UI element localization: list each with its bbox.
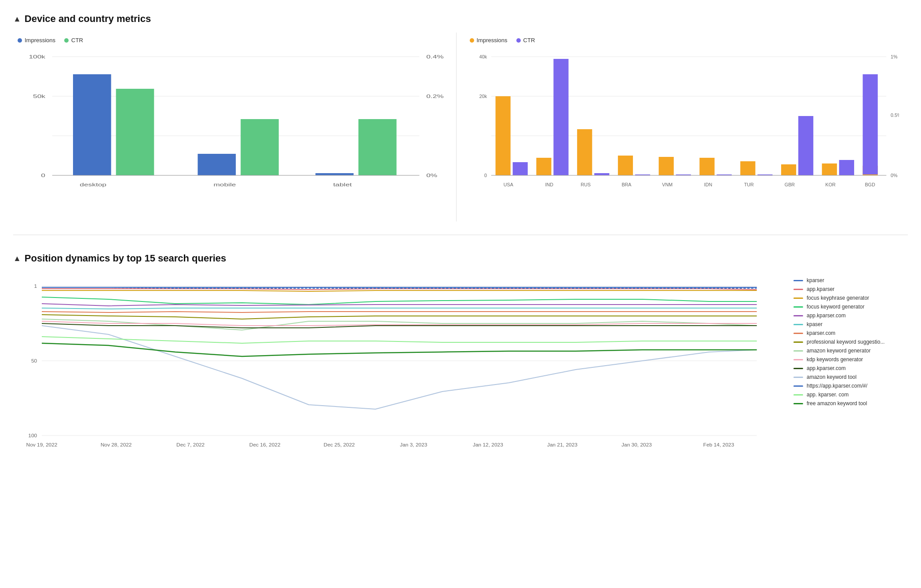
svg-text:TUR: TUR [744,182,753,187]
svg-text:Dec 25, 2022: Dec 25, 2022 [324,442,355,447]
kparser-legend-color [793,280,803,281]
app-kparser-line [42,289,757,290]
device-legend: Impressions CTR [18,37,447,44]
free-amazon-legend-label: free amazon keyword tool [807,400,867,407]
country-ctr-label: CTR [523,37,535,44]
svg-text:Dec 16, 2022: Dec 16, 2022 [249,442,281,447]
ind-impressions-bar [536,158,551,175]
legend-item-app-kparser-com: app.kparser.com [793,312,908,319]
section2-header: ▲ Position dynamics by top 15 search que… [13,248,908,264]
svg-text:IND: IND [545,182,553,187]
legend-item-app-kparser-spaces: app. kparser. com [793,392,908,398]
line-chart-svg: 1 50 100 [13,273,776,449]
https-kparser-legend-color [793,385,803,387]
amazon-keyword-tool-legend-color [793,377,803,378]
legend-item-focus-keyphrase: focus keyphrase generator [793,295,908,301]
charts-row: Impressions CTR 100k 50k 0 0.4% 0 [13,33,908,221]
section2: ▲ Position dynamics by top 15 search que… [13,248,908,440]
usa-ctr-bar [512,162,527,175]
legend-item-focus-keyword: focus keyword generator [793,304,908,310]
amazon-keyword-gen-legend-label: amazon keyword generator [807,348,870,354]
app-kparser-com-line [42,304,757,306]
svg-text:50: 50 [31,358,37,363]
gbr-ctr-bar [798,116,813,175]
tablet-impressions-bar [315,173,354,175]
rus-impressions-bar [577,129,592,175]
country-impressions-label: Impressions [477,37,508,44]
svg-text:tablet: tablet [333,182,351,187]
rus-ctr-bar [594,173,609,175]
https-kparser-legend-label: https://app.kparser.com/#/ [807,383,867,389]
app-kparser-spaces-line [42,337,757,343]
svg-text:100: 100 [28,433,37,438]
svg-text:Jan 3, 2023: Jan 3, 2023 [400,442,427,447]
kpaser-legend-label: kpaser [807,321,822,327]
bra-impressions-bar [618,156,632,175]
pro-keyword-legend-label: professional keyword suggestio... [807,339,884,345]
tur-impressions-bar [740,161,755,175]
amazon-keyword-gen-legend-color [793,350,803,352]
svg-text:Feb 14, 2023: Feb 14, 2023 [703,442,734,447]
section1-chevron[interactable]: ▲ [13,15,21,24]
amazon-keyword-tool-legend-label: amazon keyword tool [807,374,856,380]
svg-text:1%: 1% [890,54,897,59]
focus-keyphrase-legend-color [793,298,803,299]
mobile-ctr-bar [241,119,279,175]
focus-keyword-line [42,297,757,305]
kor-impressions-bar [822,163,837,175]
svg-text:IDN: IDN [704,182,712,187]
ctr-label: CTR [71,37,83,44]
legend-item-kparser: kparser [793,277,908,283]
app-kparser-com2-legend-color [793,368,803,369]
app-kparser-spaces-legend-label: app. kparser. com [807,392,848,398]
country-ctr-dot [516,38,521,43]
svg-text:0%: 0% [426,173,437,178]
svg-text:20k: 20k [479,94,487,99]
section-divider [13,235,908,235]
svg-text:KOR: KOR [825,182,835,187]
svg-text:Jan 12, 2023: Jan 12, 2023 [473,442,503,447]
app-kparser-legend-label: app.kparser [807,286,834,292]
usa-impressions-bar [495,96,510,175]
free-amazon-line [42,343,757,356]
svg-text:0.4%: 0.4% [426,54,444,59]
focus-keyword-legend-color [793,306,803,308]
vnm-impressions-bar [658,157,673,175]
line-chart-area: 1 50 100 [13,273,776,440]
country-bar-chart: 40k 20k 0 1% 0.5% 0% USA IND RUS [470,48,899,202]
svg-text:GBR: GBR [784,182,794,187]
kparser-com-legend-label: kparser.com [807,330,835,336]
svg-text:Dec 7, 2022: Dec 7, 2022 [176,442,205,447]
kdp-keywords-legend-label: kdp keywords generator [807,356,863,363]
ctr-dot [64,38,69,43]
svg-text:40k: 40k [479,54,487,59]
device-bar-chart: 100k 50k 0 0.4% 0.2% 0% [18,48,447,202]
svg-text:0: 0 [484,173,487,178]
section2-chevron[interactable]: ▲ [13,254,21,263]
device-legend-impressions: Impressions [18,37,55,44]
svg-text:1: 1 [34,283,37,289]
legend-item-free-amazon: free amazon keyword tool [793,400,908,407]
kpaser-line [42,308,757,309]
focus-keyphrase-line [42,290,757,291]
country-legend-impressions: Impressions [470,37,508,44]
legend-item-amazon-keyword-gen: amazon keyword generator [793,348,908,354]
svg-text:0.2%: 0.2% [426,94,444,99]
legend-item-https-kparser: https://app.kparser.com/#/ [793,383,908,389]
focus-keyphrase-legend-label: focus keyphrase generator [807,295,869,301]
svg-text:BRA: BRA [621,182,632,187]
svg-text:desktop: desktop [80,182,106,187]
svg-text:RUS: RUS [581,182,591,187]
legend-item-kdp-keywords: kdp keywords generator [793,356,908,363]
svg-text:mobile: mobile [213,182,236,187]
svg-text:Nov 19, 2022: Nov 19, 2022 [26,442,58,447]
kdp-keywords-legend-color [793,359,803,360]
bgd-ctr-bar [863,74,877,174]
country-chart-panel: Impressions CTR 40k 20k 0 1% 0.5% [456,33,908,221]
app-kparser-legend-color [793,289,803,290]
pro-keyword-legend-color [793,341,803,343]
kparser-com-line [42,312,757,312]
pro-keyword-line [42,315,757,319]
section1-title: Device and country metrics [25,13,151,25]
page: ▲ Device and country metrics Impressions… [0,0,921,588]
